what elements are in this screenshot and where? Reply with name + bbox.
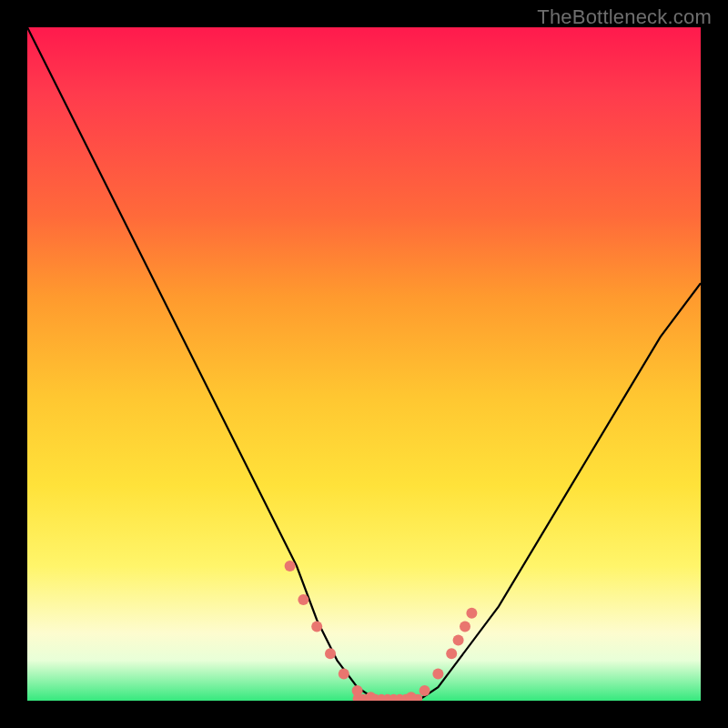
marker-dot xyxy=(406,692,417,701)
chart-svg xyxy=(27,27,701,701)
marker-dot xyxy=(352,685,363,696)
marker-dot xyxy=(432,668,443,679)
marker-dot xyxy=(311,622,322,632)
marker-dot xyxy=(325,648,336,659)
marker-dot xyxy=(285,561,296,571)
marker-dot xyxy=(446,648,457,659)
marker-dot xyxy=(420,685,430,696)
marker-dot xyxy=(460,622,470,632)
marker-dot xyxy=(453,634,464,645)
chart-frame: TheBottleneck.com xyxy=(0,0,728,728)
curve-path xyxy=(27,27,701,701)
bottleneck-curve xyxy=(27,27,701,701)
marker-dot xyxy=(339,668,349,679)
watermark-text: TheBottleneck.com xyxy=(537,5,712,29)
marker-dot xyxy=(298,594,308,605)
marker-dot xyxy=(466,608,477,619)
transition-markers xyxy=(285,561,478,701)
chart-plot-area xyxy=(27,27,701,701)
